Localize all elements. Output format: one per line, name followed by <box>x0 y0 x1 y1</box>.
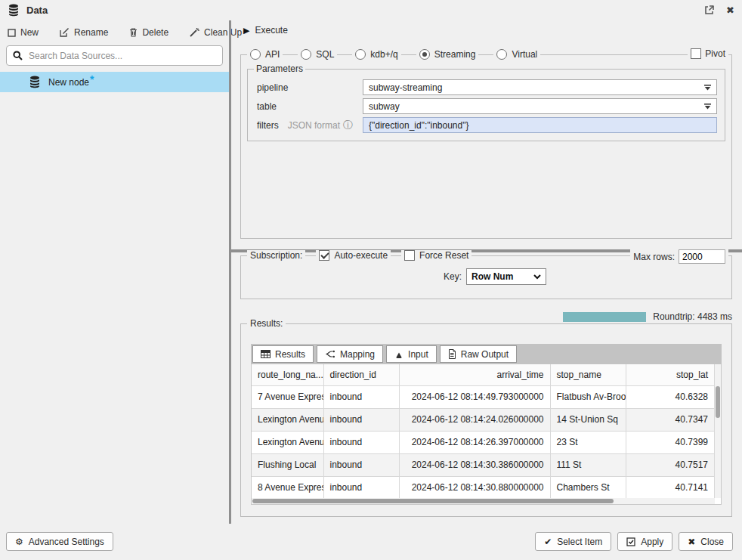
table-select[interactable]: subway <box>363 98 717 114</box>
max-rows-label: Max rows: <box>633 252 675 262</box>
delete-button[interactable]: Delete <box>129 27 168 38</box>
filters-hint: JSON format <box>288 120 340 131</box>
table-icon <box>261 350 271 358</box>
apply-button[interactable]: Apply <box>617 532 672 551</box>
results-grid: route_long_na... direction_id arrival_ti… <box>251 364 722 505</box>
radio-virtual[interactable]: Virtual <box>493 49 540 60</box>
radio-circle <box>250 49 261 60</box>
gear-icon: ⚙ <box>15 537 23 547</box>
radio-streaming[interactable]: Streaming <box>416 49 479 60</box>
checkbox-box <box>691 48 701 59</box>
search-box <box>6 45 223 66</box>
tab-raw-output[interactable]: Raw Output <box>440 345 517 363</box>
tab-mapping[interactable]: Mapping <box>317 345 383 363</box>
filters-label: filters <box>257 120 279 131</box>
horizontal-scrollbar-thumb[interactable] <box>252 499 614 503</box>
pipeline-label: pipeline <box>257 82 363 93</box>
database-icon <box>29 76 41 88</box>
filters-input[interactable] <box>363 117 717 133</box>
table-row[interactable]: Flushing Local inbound 2024-06-12 08:14:… <box>252 453 715 476</box>
trash-icon <box>129 28 138 37</box>
key-select[interactable]: Row Num <box>466 268 546 285</box>
checkbox-checked <box>319 250 329 261</box>
wand-icon <box>190 28 199 37</box>
radio-api[interactable]: API <box>247 49 283 60</box>
close-icon[interactable]: ✖ <box>726 5 734 16</box>
radio-kdbq[interactable]: kdb+/q <box>352 49 400 60</box>
radio-sql[interactable]: SQL <box>298 49 337 60</box>
dropdown-caret-icon <box>704 104 711 110</box>
column-header[interactable]: stop_name <box>550 364 626 385</box>
table-label: table <box>257 101 363 112</box>
popout-icon[interactable] <box>704 5 714 15</box>
tab-results[interactable]: Results <box>252 345 314 363</box>
document-icon <box>448 349 456 359</box>
data-sources-sidebar: New Rename Delete Clean <box>0 20 229 525</box>
column-header[interactable]: stop_lat <box>626 364 715 385</box>
checkbox-box <box>404 250 415 261</box>
close-icon: ✖ <box>688 537 695 547</box>
window-title: Data <box>26 5 48 16</box>
data-source-list: New node* <box>0 72 229 92</box>
tab-input[interactable]: Input <box>386 345 437 363</box>
chevron-down-icon <box>533 274 541 280</box>
rename-button[interactable]: Rename <box>60 27 108 38</box>
vertical-scrollbar <box>715 364 721 498</box>
horizontal-scrollbar <box>252 498 715 504</box>
table-row[interactable]: 7 Avenue Expres inbound 2024-06-12 08:14… <box>252 385 715 408</box>
radio-circle <box>301 49 311 60</box>
vertical-scrollbar-thumb[interactable] <box>716 386 720 418</box>
check-icon: ✔ <box>544 537 552 547</box>
status-row: Roundtrip: 4483 ms <box>563 311 732 322</box>
force-reset-checkbox[interactable]: Force Reset <box>401 250 471 261</box>
close-button[interactable]: ✖ Close <box>679 532 733 551</box>
play-icon: ▶ <box>243 26 249 36</box>
results-legend: Results: <box>247 318 286 329</box>
subscription-fieldset: Subscription: Auto-execute Force Reset M… <box>240 255 732 299</box>
table-row[interactable]: 8 Avenue Expres inbound 2024-06-12 08:14… <box>252 476 715 499</box>
pipeline-select[interactable]: subway-streaming <box>363 79 717 95</box>
info-icon[interactable]: ⓘ <box>343 119 353 132</box>
flask-icon <box>394 350 403 359</box>
checkbox-check-icon <box>626 537 635 546</box>
new-icon <box>8 29 16 37</box>
results-fieldset: Results: Results Mapping <box>240 323 732 517</box>
auto-execute-checkbox[interactable]: Auto-execute <box>316 250 391 261</box>
advanced-settings-button[interactable]: ⚙ Advanced Settings <box>6 532 113 551</box>
search-input[interactable] <box>29 51 216 61</box>
column-header[interactable]: route_long_na... <box>252 364 323 385</box>
pipeline-row: pipeline subway-streaming <box>257 79 717 95</box>
query-type-fieldset: API SQL kdb+/q Streaming Virtual Pivot <box>240 54 732 239</box>
database-icon <box>8 4 20 17</box>
footer-bar: ⚙ Advanced Settings ✔ Select Item Apply … <box>0 525 742 560</box>
search-icon <box>13 51 23 60</box>
modified-marker: * <box>90 73 94 85</box>
mapping-icon <box>325 350 335 358</box>
table-header-row: route_long_na... direction_id arrival_ti… <box>252 364 715 385</box>
pivot-checkbox[interactable]: Pivot <box>688 48 728 59</box>
results-tab-strip: Results Mapping Input <box>251 344 722 364</box>
select-item-button[interactable]: ✔ Select Item <box>535 532 611 551</box>
list-item-new-node[interactable]: New node* <box>0 72 229 92</box>
column-header[interactable]: arrival_time <box>399 364 550 385</box>
node-label: New node <box>48 77 89 88</box>
query-panel: ▶ Execute API SQL kdb+/q Streaming V <box>231 20 742 525</box>
table-row[interactable]: Lexington Avenu inbound 2024-06-12 08:14… <box>252 408 715 431</box>
key-label: Key: <box>444 271 462 282</box>
dropdown-caret-icon <box>704 85 711 91</box>
subscription-legend: Subscription: <box>247 250 305 261</box>
max-rows-input[interactable] <box>679 249 725 264</box>
table-row: table subway <box>257 98 717 114</box>
window-titlebar: Data ✖ <box>0 0 742 20</box>
parameters-legend: Parameters <box>254 63 305 74</box>
table-row[interactable]: Lexington Avenu inbound 2024-06-12 08:14… <box>252 431 715 453</box>
radio-circle <box>355 49 366 60</box>
column-header[interactable]: direction_id <box>323 364 399 385</box>
new-button[interactable]: New <box>8 27 39 38</box>
filters-row: filters JSON format ⓘ <box>257 117 717 133</box>
radio-circle-checked <box>419 49 430 60</box>
radio-circle <box>496 49 507 60</box>
roundtrip-progress-bar <box>563 312 646 322</box>
execute-button[interactable]: ▶ Execute <box>243 25 288 36</box>
key-row: Key: Row Num <box>444 268 546 285</box>
